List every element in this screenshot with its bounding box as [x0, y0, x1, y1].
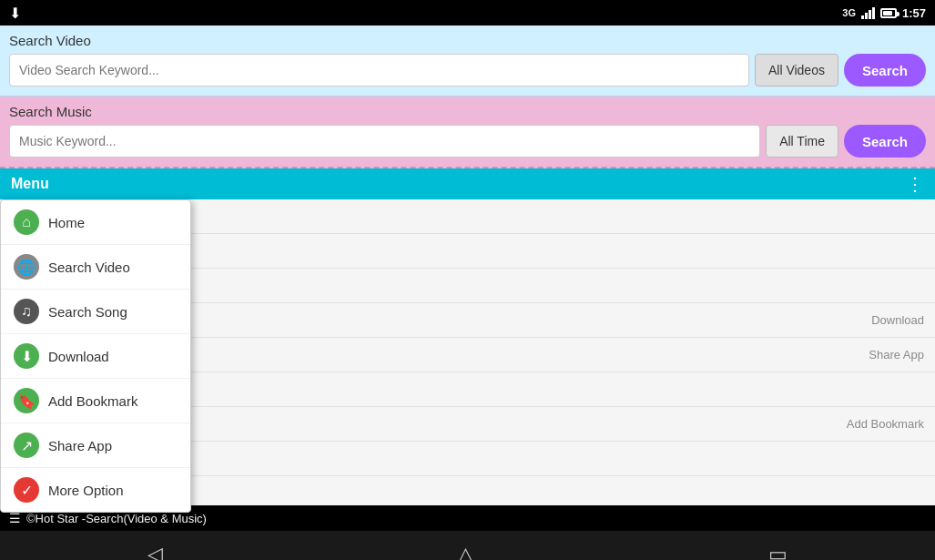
- network-label: 3G: [842, 7, 856, 18]
- search-video-title: Search Video: [9, 33, 926, 48]
- context-more[interactable]: ✓ More Option: [1, 468, 190, 512]
- search-music-row: All Time Search: [9, 125, 926, 158]
- battery-icon: [880, 8, 897, 18]
- context-search-video-label: Search Video: [48, 260, 130, 275]
- context-download-label: Download: [48, 349, 109, 364]
- search-music-title: Search Music: [9, 104, 926, 119]
- app-content: Search Video All Videos Search Search Mu…: [0, 25, 935, 505]
- footer-list-icon: ☰: [9, 511, 21, 525]
- context-bookmark[interactable]: 🔖 Add Bookmark: [1, 379, 190, 423]
- context-share-label: Share App: [48, 438, 112, 453]
- menu-bar: Menu ⋮: [0, 168, 935, 199]
- context-home-label: Home: [48, 215, 85, 230]
- nav-bar: ◁ △ ▭: [0, 531, 935, 560]
- search-music-section: Search Music All Time Search: [0, 97, 935, 168]
- menu-title: Menu: [11, 176, 49, 192]
- download-icon: ⬇: [14, 343, 39, 369]
- context-search-song-label: Search Song: [48, 304, 127, 320]
- bookmark-icon: 🔖: [14, 388, 39, 413]
- context-download[interactable]: ⬇ Download: [1, 334, 190, 379]
- status-bar: ⬇ 3G 1:57: [0, 0, 935, 25]
- share-icon: ↗: [14, 433, 39, 458]
- context-bookmark-label: Add Bookmark: [48, 393, 137, 409]
- home-icon: ⌂: [14, 209, 39, 235]
- recent-button[interactable]: ▭: [768, 543, 788, 560]
- all-time-filter[interactable]: All Time: [766, 125, 838, 158]
- search-video-button[interactable]: Search: [844, 54, 926, 87]
- clock: 1:57: [902, 6, 926, 20]
- search-video-icon: 🌐: [14, 254, 39, 280]
- search-song-icon: ♫: [14, 299, 39, 324]
- all-videos-filter[interactable]: All Videos: [755, 54, 838, 87]
- signal-icon: [861, 6, 875, 19]
- more-option-icon: ✓: [14, 477, 39, 503]
- home-button[interactable]: △: [458, 543, 473, 560]
- menu-more-button[interactable]: ⋮: [906, 173, 924, 195]
- search-video-section: Search Video All Videos Search: [0, 25, 935, 97]
- context-more-label: More Option: [48, 483, 124, 498]
- context-search-song[interactable]: ♫ Search Song: [1, 290, 190, 334]
- context-home[interactable]: ⌂ Home: [1, 200, 190, 245]
- context-share[interactable]: ↗ Share App: [1, 423, 190, 468]
- footer-text: ©Hot Star -Search(Video & Music): [26, 512, 207, 525]
- search-music-button[interactable]: Search: [844, 125, 926, 158]
- search-music-input[interactable]: [9, 125, 760, 158]
- context-search-video[interactable]: 🌐 Search Video: [1, 245, 190, 290]
- search-video-input[interactable]: [9, 54, 749, 87]
- search-video-row: All Videos Search: [9, 54, 926, 87]
- download-top-icon: ⬇: [9, 5, 21, 22]
- back-button[interactable]: ◁: [147, 543, 163, 560]
- context-menu: ⌂ Home 🌐 Search Video ♫ Search Song ⬇ Do…: [0, 199, 191, 513]
- menu-list: My B... Worl... Bolly... Top T... Downlo…: [0, 199, 935, 505]
